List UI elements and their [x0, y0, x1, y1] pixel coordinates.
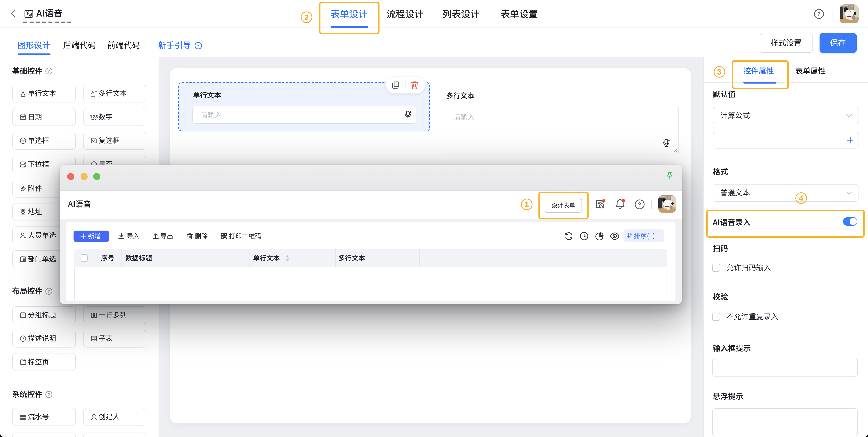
svg-text:123: 123 — [90, 114, 97, 119]
svg-text:?: ? — [817, 11, 821, 17]
svg-text:?: ? — [638, 201, 642, 208]
svg-text:?: ? — [48, 392, 50, 397]
svg-text:?: ? — [48, 289, 50, 293]
svg-text:?: ? — [48, 69, 50, 73]
svg-text:?: ? — [22, 337, 24, 340]
